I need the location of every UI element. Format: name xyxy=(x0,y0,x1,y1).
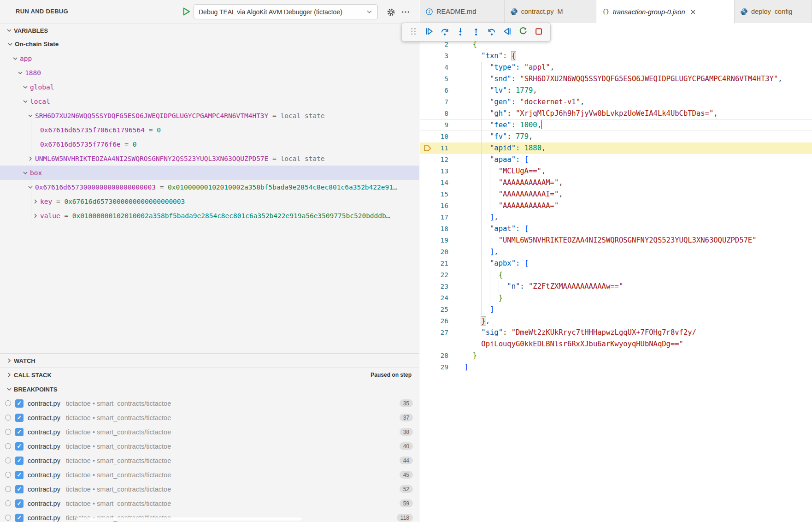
close-icon[interactable] xyxy=(689,8,697,16)
editor-line[interactable]: 20], xyxy=(420,246,812,258)
tree-row[interactable]: 0x67616d65735f706c61796564 = 0 xyxy=(0,123,419,137)
editor-line[interactable]: 25] xyxy=(420,304,812,315)
chevron-down-icon[interactable] xyxy=(22,98,30,105)
tab-contract-py[interactable]: contract.pyM xyxy=(505,0,596,23)
breakpoint-checkbox[interactable]: ✓ xyxy=(15,428,24,436)
editor-line[interactable]: 29] xyxy=(420,362,812,373)
tree-row[interactable]: 1880 xyxy=(0,65,419,80)
breakpoint-checkbox[interactable]: ✓ xyxy=(15,514,24,522)
editor-line[interactable]: 9"fee": 1000, xyxy=(420,119,812,131)
step-over-button[interactable] xyxy=(437,24,453,40)
editor-gutter[interactable]: 12 xyxy=(420,154,464,166)
tree-row[interactable]: 0x67616d6573000000000000000003 = 0x01000… xyxy=(0,180,419,194)
step-into-button[interactable] xyxy=(453,24,468,40)
editor-gutter[interactable]: 9 xyxy=(420,119,464,131)
editor-gutter[interactable]: 7 xyxy=(420,96,464,108)
breakpoint-checkbox[interactable]: ✓ xyxy=(15,442,24,451)
debug-config-dropdown[interactable]: Debug TEAL via AlgoKit AVM Debugger (tic… xyxy=(194,4,378,19)
chevron-down-icon[interactable] xyxy=(22,169,30,177)
editor-gutter[interactable]: 15 xyxy=(420,189,464,200)
continue-button[interactable] xyxy=(421,24,437,40)
editor-gutter[interactable]: 21 xyxy=(420,258,464,269)
breakpoint-row[interactable]: ✓contract.pytictactoe • smart_contracts/… xyxy=(0,468,419,482)
editor-line[interactable]: 6"lv": 1779, xyxy=(420,85,812,96)
chevron-down-icon[interactable] xyxy=(6,41,15,48)
restart-button[interactable] xyxy=(515,24,531,40)
editor-gutter[interactable]: 17 xyxy=(420,212,464,223)
editor-gutter[interactable]: 5 xyxy=(420,73,464,85)
editor-line[interactable]: OpiLouqyG0kkEDLBNlsr6RxXJbu6arKwyoyqHUbN… xyxy=(420,338,812,350)
breakpoint-row[interactable]: ✓contract.pytictactoe • smart_contracts/… xyxy=(0,396,419,410)
editor-gutter[interactable]: 3 xyxy=(420,50,464,62)
editor-gutter[interactable]: 14 xyxy=(420,177,464,189)
settings-gear-button[interactable] xyxy=(385,6,396,18)
tree-row[interactable]: SRH6D7XU2N6WQQ5SSYDQFG5ESO6JWEQIDPGLUGYC… xyxy=(0,108,419,123)
editor-gutter[interactable]: 22 xyxy=(420,269,464,281)
tree-row[interactable]: key = 0x67616d6573000000000000000003 xyxy=(0,194,419,208)
stop-button[interactable] xyxy=(531,24,547,40)
breakpoint-row[interactable]: ✓contract.pytictactoe • smart_contracts/… xyxy=(0,439,419,453)
chevron-right-icon[interactable] xyxy=(32,198,40,205)
editor-line[interactable]: 27"sig": "DmeWt2zKUkRryc7tHHHapwzLgqUX+7… xyxy=(420,327,812,338)
editor-code-view[interactable]: 2{3"txn": {4"type": "appl",5"snd": "SRH6… xyxy=(420,23,812,522)
chevron-down-icon[interactable] xyxy=(12,55,20,62)
breakpoint-checkbox[interactable]: ✓ xyxy=(15,414,24,422)
editor-gutter[interactable]: 29 xyxy=(420,362,464,373)
tree-row[interactable]: On-chain State xyxy=(0,37,419,51)
editor-line[interactable]: 14"AAAAAAAAAAM=", xyxy=(420,177,812,189)
editor-gutter[interactable]: 25 xyxy=(420,304,464,315)
editor-line[interactable]: 24} xyxy=(420,292,812,304)
editor-line[interactable]: 8"gh": "XrjqMlCpJ6h9h7jyVw0bLvkpzUoWeIA4… xyxy=(420,108,812,119)
tree-row[interactable]: value = 0x01000000102010002a358bf5bada9e… xyxy=(0,208,419,223)
editor-line[interactable]: 7"gen": "dockernet-v1", xyxy=(420,96,812,108)
editor-line[interactable]: 10"fv": 779, xyxy=(420,131,812,142)
more-actions-button[interactable] xyxy=(400,6,411,18)
editor-gutter[interactable]: 6 xyxy=(420,85,464,96)
editor-line[interactable]: 11"apid": 1880, xyxy=(420,142,812,154)
step-back-button[interactable] xyxy=(484,24,500,40)
editor-gutter[interactable]: 23 xyxy=(420,281,464,292)
step-out-button[interactable] xyxy=(468,24,484,40)
drag-handle-button[interactable] xyxy=(406,24,421,40)
breakpoint-row[interactable]: ✓contract.pytictactoe • smart_contracts/… xyxy=(0,425,419,439)
editor-gutter[interactable]: 8 xyxy=(420,108,464,119)
editor-line[interactable]: 15"AAAAAAAAAAI=", xyxy=(420,189,812,200)
editor-line[interactable]: 5"snd": "SRH6D7XU2N6WQQ5SSYDQFG5ESO6JWEQ… xyxy=(420,73,812,85)
reverse-continue-button[interactable] xyxy=(500,24,515,40)
editor-line[interactable]: 21"apbx": [ xyxy=(420,258,812,269)
tree-row[interactable]: 0x67616d65735f776f6e = 0 xyxy=(0,137,419,151)
editor-gutter[interactable]: 11 xyxy=(420,142,464,154)
tree-row[interactable]: UNML6W5NVHRIKTEOZAA4NI2SWQROSGNFNY2QS523… xyxy=(0,151,419,166)
editor-gutter[interactable]: 10 xyxy=(420,131,464,142)
tab-readme-md[interactable]: README.md xyxy=(420,0,505,23)
debug-start-button[interactable] xyxy=(181,6,191,17)
editor-gutter[interactable]: 24 xyxy=(420,292,464,304)
editor-gutter[interactable]: 28 xyxy=(420,350,464,362)
tab-transaction-group-0-json[interactable]: {}transaction-group-0.json xyxy=(596,0,735,24)
editor-line[interactable]: 12"apaa": [ xyxy=(420,154,812,166)
breakpoint-row[interactable]: ✓contract.pytictactoe • smart_contracts/… xyxy=(0,482,419,496)
editor-gutter[interactable]: 18 xyxy=(420,223,464,235)
tree-row[interactable]: box xyxy=(0,166,419,180)
breakpoint-checkbox[interactable]: ✓ xyxy=(15,471,24,479)
breakpoint-checkbox[interactable]: ✓ xyxy=(15,457,24,465)
editor-gutter[interactable]: 13 xyxy=(420,166,464,177)
tree-row[interactable]: global xyxy=(0,80,419,94)
breakpoint-row[interactable]: ✓contract.pytictactoe • smart_contracts/… xyxy=(0,496,419,510)
editor-line[interactable]: 23"n": "Z2FtZXMAAAAAAAAAAw==" xyxy=(420,281,812,292)
chevron-right-icon[interactable] xyxy=(32,212,40,219)
editor-line[interactable]: 26}, xyxy=(420,315,812,327)
breakpoint-row[interactable]: ✓contract.pytictactoe • smart_contracts/… xyxy=(0,453,419,468)
breakpoints-section-header[interactable]: BREAKPOINTS xyxy=(0,382,419,396)
breakpoint-row[interactable]: ✓contract.pytictactoe • smart_contracts/… xyxy=(0,410,419,425)
tree-row[interactable]: app xyxy=(0,51,419,65)
editor-gutter[interactable]: 19 xyxy=(420,235,464,246)
breakpoint-checkbox[interactable]: ✓ xyxy=(15,499,24,508)
call-stack-section-header[interactable]: CALL STACK Paused on step xyxy=(0,368,419,382)
editor-gutter[interactable]: 27 xyxy=(420,327,464,338)
editor-line[interactable]: 17], xyxy=(420,212,812,223)
variables-section-header[interactable]: VARIABLES xyxy=(0,24,419,37)
editor-line[interactable]: 22{ xyxy=(420,269,812,281)
editor-line[interactable]: 28} xyxy=(420,350,812,362)
editor-line[interactable]: 19"UNML6W5NVHRIKTEOZAA4NI2SWQROSGNFNY2QS… xyxy=(420,235,812,246)
